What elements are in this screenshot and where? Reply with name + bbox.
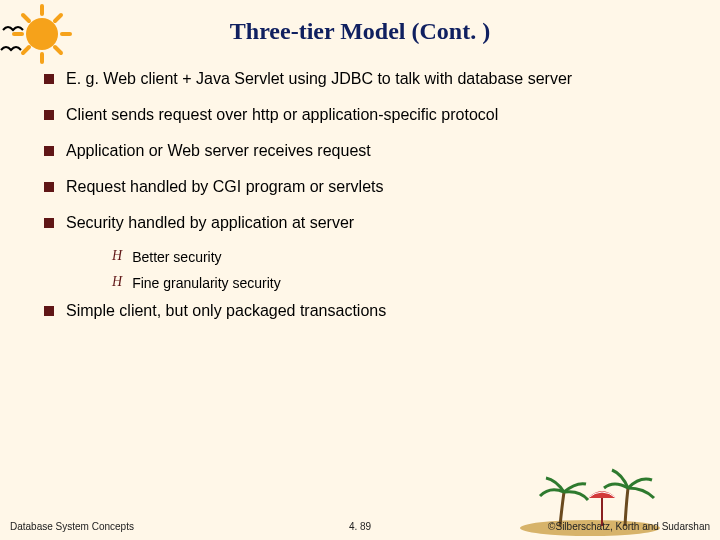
bullet-item: Simple client, but only packaged transac… — [44, 301, 676, 321]
bullet-item: Security handled by application at serve… — [44, 213, 676, 233]
slide-footer: Database System Concepts 4. 89 ©Silbersc… — [0, 521, 720, 532]
bullet-text: Security handled by application at serve… — [66, 213, 354, 233]
subbullet-item: H Fine granularity security — [112, 275, 676, 291]
bird-icon — [0, 42, 22, 54]
svg-point-0 — [26, 18, 58, 50]
bullet-marker — [44, 218, 54, 228]
bullet-text: Request handled by CGI program or servle… — [66, 177, 383, 197]
subbullet-marker: H — [112, 249, 122, 263]
bullet-marker — [44, 110, 54, 120]
footer-right: ©Silberschatz, Korth and Sudarshan — [379, 521, 710, 532]
footer-left: Database System Concepts — [10, 521, 341, 532]
bullet-item: E. g. Web client + Java Servlet using JD… — [44, 69, 676, 89]
bullet-marker — [44, 74, 54, 84]
svg-line-6 — [55, 47, 61, 53]
subbullet-list: H Better security H Fine granularity sec… — [112, 249, 676, 291]
bullet-text: Simple client, but only packaged transac… — [66, 301, 386, 321]
bullet-text: Client sends request over http or applic… — [66, 105, 498, 125]
bird-icon — [2, 22, 24, 34]
bullet-text: E. g. Web client + Java Servlet using JD… — [66, 69, 572, 89]
slide-title: Three-tier Model (Cont. ) — [0, 0, 720, 69]
footer-center: 4. 89 — [341, 521, 379, 532]
bullet-marker — [44, 182, 54, 192]
svg-line-7 — [55, 15, 61, 21]
subbullet-marker: H — [112, 275, 122, 289]
slide-body: E. g. Web client + Java Servlet using JD… — [0, 69, 720, 321]
svg-line-5 — [23, 15, 29, 21]
bullet-text: Application or Web server receives reque… — [66, 141, 371, 161]
bullet-item: Request handled by CGI program or servle… — [44, 177, 676, 197]
bullet-marker — [44, 146, 54, 156]
svg-line-8 — [23, 47, 29, 53]
bullet-item: Application or Web server receives reque… — [44, 141, 676, 161]
bullet-marker — [44, 306, 54, 316]
bullet-item: Client sends request over http or applic… — [44, 105, 676, 125]
subbullet-item: H Better security — [112, 249, 676, 265]
subbullet-text: Better security — [132, 249, 221, 265]
subbullet-text: Fine granularity security — [132, 275, 281, 291]
